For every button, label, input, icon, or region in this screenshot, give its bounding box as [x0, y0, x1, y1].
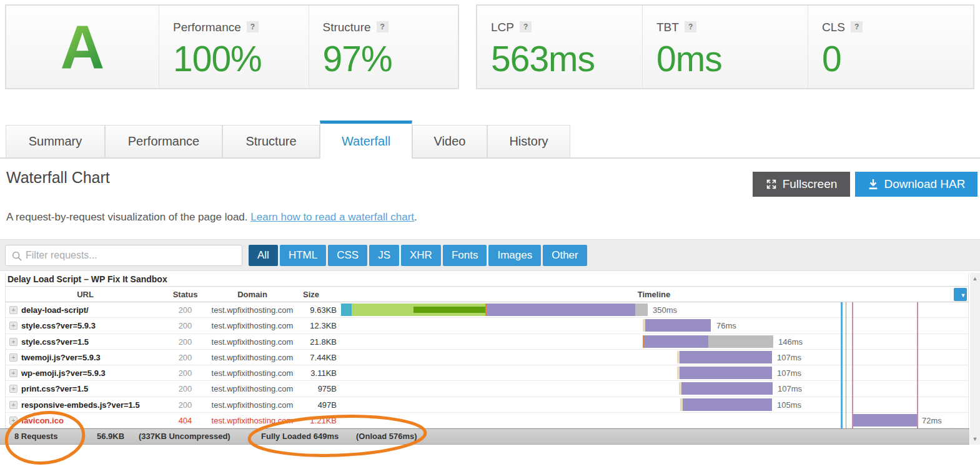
timeline-segment-blocked: [635, 304, 648, 316]
request-size: 12.3KB: [285, 318, 337, 333]
request-domain: test.wpfixithosting.com: [207, 365, 298, 381]
performance-value: 100%: [173, 38, 309, 79]
download-har-label: Download HAR: [884, 177, 966, 191]
request-url: print.css?ver=1.5: [21, 381, 88, 397]
filter-js-button[interactable]: JS: [369, 245, 399, 266]
waterfall-description: A request-by-request visualization of th…: [6, 211, 417, 224]
timeline-segment-backend: [413, 307, 486, 313]
table-header-row: URL Status Domain Size Timeline ▼: [6, 287, 968, 302]
expand-row-button[interactable]: +: [9, 417, 17, 425]
expand-row-button[interactable]: +: [9, 306, 17, 314]
request-status: 200: [165, 302, 205, 318]
tab-history[interactable]: History: [487, 125, 570, 157]
request-domain: test.wpfixithosting.com: [207, 381, 298, 397]
request-size: 1.21KB: [285, 413, 337, 428]
filter-all-button[interactable]: All: [249, 245, 278, 266]
filter-requests-input[interactable]: [26, 246, 238, 265]
fully-loaded-time: Fully Loaded 649ms: [261, 429, 339, 444]
filter-images-button[interactable]: Images: [488, 245, 541, 266]
lcp-label: LCP: [491, 21, 514, 34]
timing-label: 107ms: [778, 381, 802, 397]
request-domain: test.wpfixithosting.com: [207, 397, 298, 413]
filter-css-button[interactable]: CSS: [328, 245, 367, 266]
expand-row-button[interactable]: +: [9, 353, 17, 362]
filter-search-box: [5, 245, 242, 266]
timing-label: 72ms: [922, 413, 942, 428]
timeline-segment-receiving: [680, 351, 772, 363]
timing-label: 146ms: [778, 334, 803, 350]
grade-panel: A Performance? 100% Structure? 97%: [5, 4, 459, 89]
tab-performance[interactable]: Performance: [105, 125, 222, 157]
timing-label: 105ms: [777, 397, 801, 413]
tabbar-divider: [0, 157, 980, 159]
scroll-up-icon[interactable]: ▲: [970, 275, 980, 282]
tbt-label: TBT: [656, 21, 679, 34]
metric-lcp: LCP? 563ms: [477, 6, 642, 88]
download-har-button[interactable]: Download HAR: [855, 172, 978, 197]
performance-label: Performance: [173, 21, 241, 34]
table-row: + twemoji.js?ver=5.9.3 200 test.wpfixith…: [6, 350, 968, 365]
expand-row-button[interactable]: +: [9, 322, 17, 330]
metric-performance: Performance? 100%: [159, 6, 309, 88]
fullscreen-button[interactable]: Fullscreen: [753, 172, 850, 197]
help-icon[interactable]: ?: [520, 21, 532, 32]
table-row: + favicon.ico 404 test.wpfixithosting.co…: [6, 413, 968, 428]
tab-waterfall[interactable]: Waterfall: [320, 121, 412, 159]
learn-waterfall-link[interactable]: Learn how to read a waterfall chart: [250, 211, 414, 223]
request-status: 200: [165, 334, 205, 350]
table-row: + responsive-embeds.js?ver=1.5 200 test.…: [6, 397, 968, 413]
request-size: 975B: [285, 381, 337, 397]
request-url: favicon.ico: [21, 413, 64, 428]
tab-summary[interactable]: Summary: [6, 125, 105, 157]
tab-structure[interactable]: Structure: [222, 125, 320, 157]
metric-cls: CLS? 0: [808, 6, 973, 88]
timeline-segment-receiving: [683, 398, 772, 411]
expand-row-button[interactable]: +: [9, 369, 17, 377]
timing-label: 76ms: [716, 318, 736, 333]
help-icon[interactable]: ?: [851, 21, 863, 32]
cls-label: CLS: [822, 21, 845, 34]
help-icon[interactable]: ?: [377, 21, 389, 32]
request-status: 200: [165, 350, 205, 365]
request-domain: test.wpfixithosting.com: [207, 318, 298, 333]
cls-value: 0: [822, 38, 973, 79]
expand-row-button[interactable]: +: [9, 385, 17, 393]
timeline-options-dropdown[interactable]: ▼: [954, 288, 967, 301]
page-title: Waterfall Chart: [6, 169, 110, 187]
filter-fonts-button[interactable]: Fonts: [443, 245, 487, 266]
timeline-segment-receiving: [853, 414, 917, 427]
timeline-cell: 107ms: [340, 350, 968, 365]
request-size: 497B: [285, 397, 337, 413]
fullscreen-expand-icon: [766, 179, 777, 190]
timeline-segment-receiving: [645, 335, 708, 348]
metric-tbt: TBT? 0ms: [642, 6, 808, 88]
timing-label: 107ms: [777, 365, 801, 381]
request-domain: test.wpfixithosting.com: [207, 302, 298, 318]
filter-xhr-button[interactable]: XHR: [401, 245, 441, 266]
tab-video[interactable]: Video: [412, 125, 487, 157]
column-domain: Domain: [207, 287, 298, 302]
request-url: style.css?ver=5.9.3: [21, 318, 96, 333]
scroll-down-icon[interactable]: ▼: [970, 436, 980, 442]
request-url: delay-load-script/: [21, 302, 89, 318]
timeline-cell: 350ms: [340, 302, 968, 317]
request-url: responsive-embeds.js?ver=1.5: [21, 397, 140, 413]
timing-label: 350ms: [653, 302, 677, 318]
timeline-cell: 76ms: [340, 318, 968, 333]
fullscreen-label: Fullscreen: [783, 177, 838, 191]
table-row: + print.css?ver=1.5 200 test.wpfixithost…: [6, 381, 968, 397]
filter-other-button[interactable]: Other: [543, 245, 587, 266]
table-row: + style.css?ver=5.9.3 200 test.wpfixitho…: [6, 318, 968, 333]
metric-structure: Structure? 97%: [309, 6, 458, 88]
column-status: Status: [165, 287, 205, 302]
gtmetrix-grade: A: [61, 16, 105, 77]
uncompressed-size: (337KB Uncompressed): [139, 429, 230, 444]
expand-row-button[interactable]: +: [9, 338, 17, 346]
help-icon[interactable]: ?: [247, 21, 259, 32]
filter-html-button[interactable]: HTML: [280, 245, 326, 266]
timeline-cell: 107ms: [340, 365, 968, 380]
search-icon: [11, 250, 22, 262]
help-icon[interactable]: ?: [685, 21, 696, 32]
vertical-scrollbar[interactable]: ▲ ▼: [970, 273, 980, 445]
expand-row-button[interactable]: +: [9, 401, 17, 409]
